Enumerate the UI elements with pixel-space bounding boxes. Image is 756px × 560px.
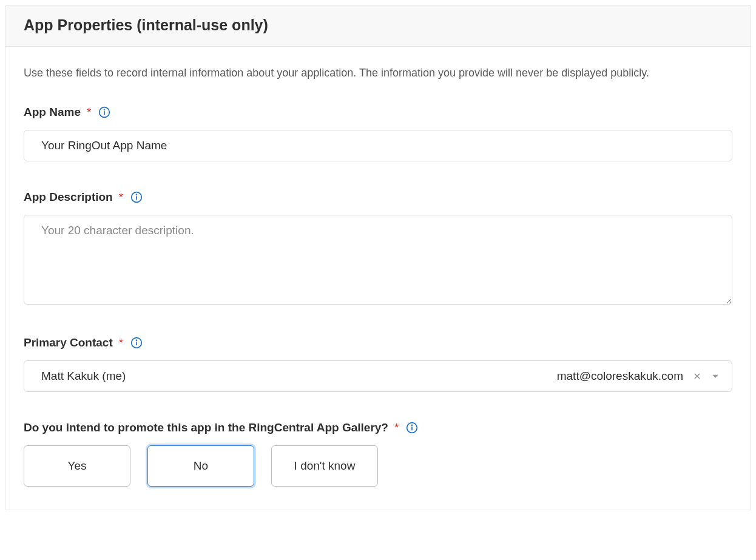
required-indicator: * — [87, 106, 91, 119]
app-description-input[interactable] — [24, 215, 732, 305]
panel-header: App Properties (internal-use only) — [5, 5, 751, 47]
app-name-label-text: App Name — [24, 106, 81, 119]
chevron-down-icon[interactable] — [711, 372, 720, 380]
required-indicator: * — [394, 421, 399, 434]
info-icon[interactable] — [130, 191, 143, 203]
contact-right: matt@coloreskakuk.com — [557, 369, 720, 383]
promote-label: Do you intend to promote this app in the… — [24, 421, 418, 434]
promote-no-button[interactable]: No — [147, 445, 254, 487]
info-icon[interactable] — [130, 337, 143, 349]
primary-contact-group: Primary Contact * Matt Kakuk (me) matt@c… — [24, 336, 732, 392]
promote-dontknow-button[interactable]: I don't know — [271, 445, 378, 487]
app-properties-panel: App Properties (internal-use only) Use t… — [5, 5, 751, 510]
info-icon[interactable] — [98, 106, 110, 118]
promote-group: Do you intend to promote this app in the… — [24, 421, 732, 487]
svg-point-5 — [137, 194, 137, 195]
app-description-label-text: App Description — [24, 191, 113, 204]
promote-label-text: Do you intend to promote this app in the… — [24, 421, 388, 434]
svg-point-13 — [412, 425, 413, 425]
info-icon[interactable] — [406, 422, 418, 434]
app-name-label: App Name * — [24, 106, 110, 119]
intro-text: Use these fields to record internal info… — [24, 65, 732, 81]
app-name-input[interactable] — [24, 130, 732, 161]
panel-body: Use these fields to record internal info… — [5, 47, 751, 510]
close-icon[interactable] — [692, 371, 703, 382]
app-name-group: App Name * — [24, 106, 732, 161]
panel-title: App Properties (internal-use only) — [24, 16, 732, 34]
primary-contact-label: Primary Contact * — [24, 336, 143, 349]
contact-name: Matt Kakuk (me) — [41, 369, 126, 383]
svg-point-2 — [104, 109, 105, 110]
required-indicator: * — [119, 191, 123, 204]
app-description-group: App Description * — [24, 191, 732, 307]
primary-contact-label-text: Primary Contact — [24, 336, 113, 349]
required-indicator: * — [119, 336, 123, 349]
contact-email: matt@coloreskakuk.com — [557, 369, 683, 383]
app-description-label: App Description * — [24, 191, 143, 204]
primary-contact-select[interactable]: Matt Kakuk (me) matt@coloreskakuk.com — [24, 360, 732, 392]
svg-point-8 — [137, 340, 137, 340]
promote-yes-button[interactable]: Yes — [24, 445, 130, 487]
promote-options: Yes No I don't know — [24, 445, 732, 487]
